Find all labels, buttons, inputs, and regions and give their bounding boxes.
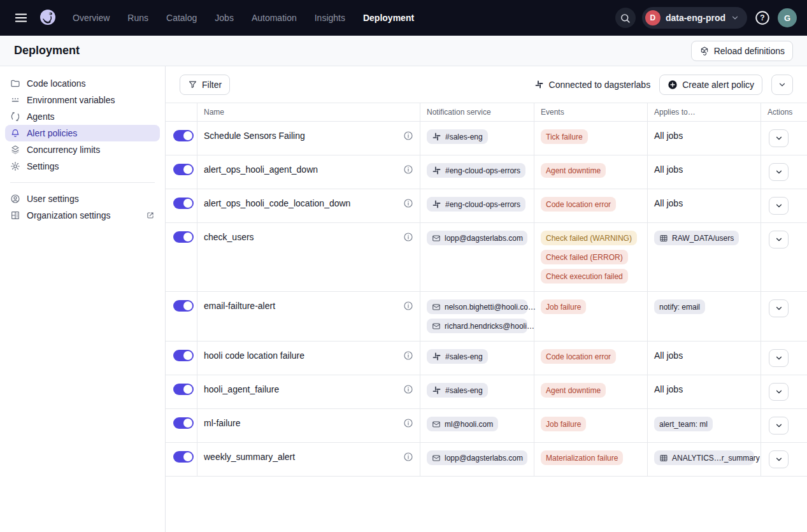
nav-item-insights[interactable]: Insights bbox=[315, 13, 345, 23]
policy-enabled-toggle[interactable] bbox=[173, 384, 194, 395]
nav-item-automation[interactable]: Automation bbox=[252, 13, 297, 23]
alert-policies-table: NameNotification serviceEventsApplies to… bbox=[166, 103, 807, 532]
more-actions-button[interactable] bbox=[771, 75, 793, 95]
policy-name-cell: hooli code location failure bbox=[197, 341, 420, 375]
policy-name-cell: email-failture-alert bbox=[197, 292, 420, 341]
policy-enabled-toggle[interactable] bbox=[173, 198, 194, 209]
row-actions-button[interactable] bbox=[769, 299, 789, 317]
info-icon[interactable] bbox=[403, 384, 413, 394]
info-icon[interactable] bbox=[403, 418, 413, 428]
sidebar-item-concurrency-limits[interactable]: Concurrency limits bbox=[5, 141, 160, 158]
toggle-cell bbox=[166, 189, 197, 222]
row-actions-button[interactable] bbox=[769, 383, 789, 401]
alert-policy-row: email-failture-alertnelson.bighetti@hool… bbox=[166, 292, 807, 341]
filter-button[interactable]: Filter bbox=[180, 75, 230, 95]
nav-item-overview[interactable]: Overview bbox=[73, 13, 110, 23]
policy-enabled-toggle[interactable] bbox=[173, 164, 194, 175]
nav-item-runs[interactable]: Runs bbox=[127, 13, 148, 23]
notification-service-cell: #sales-eng bbox=[420, 375, 534, 408]
toggle-knob bbox=[183, 301, 192, 310]
info-icon[interactable] bbox=[403, 301, 413, 311]
row-actions-button[interactable] bbox=[769, 231, 789, 248]
alert-policy-row: alert_ops_hooli_agent_down#eng-cloud-ops… bbox=[166, 155, 807, 189]
events-cell: Job failure bbox=[534, 409, 648, 442]
notification-service-cell: #eng-cloud-ops-errors bbox=[420, 155, 534, 189]
sidebar-item-settings[interactable]: Settings bbox=[5, 158, 160, 175]
applies-to-cell: All jobs bbox=[648, 155, 761, 189]
policy-enabled-toggle[interactable] bbox=[173, 231, 194, 243]
policy-enabled-toggle[interactable] bbox=[173, 130, 194, 141]
slack-notification-tag: #sales-eng bbox=[427, 129, 488, 144]
events-cell: Tick failure bbox=[534, 122, 648, 155]
policy-name-cell: Schedule Sensors Failing bbox=[197, 122, 420, 155]
policy-enabled-toggle[interactable] bbox=[173, 350, 194, 361]
reload-definitions-button[interactable]: Reload definitions bbox=[691, 41, 793, 61]
applies-to-value: All jobs bbox=[654, 129, 683, 141]
nav-item-deployment[interactable]: Deployment bbox=[363, 13, 414, 23]
row-actions-button[interactable] bbox=[769, 129, 789, 147]
create-alert-policy-label: Create alert policy bbox=[682, 80, 754, 90]
sidebar-item-agents[interactable]: Agents bbox=[5, 108, 160, 125]
reload-definitions-icon bbox=[699, 46, 710, 56]
deployment-switcher[interactable]: D data-eng-prod bbox=[642, 7, 747, 29]
nav-item-catalog[interactable]: Catalog bbox=[166, 13, 197, 23]
policy-enabled-toggle[interactable] bbox=[173, 451, 194, 463]
user-avatar[interactable]: G bbox=[778, 8, 797, 27]
create-alert-policy-button[interactable]: Create alert policy bbox=[659, 75, 762, 95]
column-header-applies-to: Applies to… bbox=[648, 103, 761, 121]
sidebar-item-alert-policies[interactable]: Alert policies bbox=[5, 125, 160, 141]
slack-icon bbox=[534, 80, 544, 89]
email-icon bbox=[432, 234, 441, 243]
sidebar-item-organization-settings[interactable]: Organization settings bbox=[5, 207, 160, 224]
dagster-logo[interactable] bbox=[37, 7, 59, 29]
row-actions-button[interactable] bbox=[769, 197, 789, 215]
deployment-sidebar: Code locationsEnvironment variablesAgent… bbox=[0, 66, 166, 532]
column-header-label: Actions bbox=[768, 108, 792, 117]
env-dots-icon bbox=[10, 95, 20, 105]
info-icon[interactable] bbox=[403, 232, 413, 242]
row-actions-button[interactable] bbox=[769, 349, 789, 367]
sidebar-item-label: User settings bbox=[27, 194, 155, 204]
info-icon[interactable] bbox=[403, 198, 413, 208]
row-actions-button[interactable] bbox=[769, 417, 789, 435]
event-tag: Job failure bbox=[541, 417, 586, 431]
row-actions-button[interactable] bbox=[769, 450, 789, 468]
sidebar-item-user-settings[interactable]: User settings bbox=[5, 191, 160, 207]
applies-to-label: ANALYTICS…r_summary bbox=[672, 454, 760, 463]
asset-table-icon bbox=[659, 454, 668, 463]
chevron-down-icon bbox=[775, 235, 783, 244]
toggle-cell bbox=[166, 341, 197, 375]
nav-item-jobs[interactable]: Jobs bbox=[215, 13, 234, 23]
slack-icon bbox=[432, 385, 441, 395]
actions-cell bbox=[761, 375, 807, 408]
info-icon[interactable] bbox=[403, 452, 413, 462]
applies-to-cell: notify: email bbox=[648, 292, 761, 341]
policy-name-cell: weekly_summary_alert bbox=[197, 443, 420, 476]
info-icon[interactable] bbox=[403, 131, 413, 141]
info-icon[interactable] bbox=[403, 350, 413, 361]
notification-label: #eng-cloud-ops-errors bbox=[445, 166, 520, 175]
policy-enabled-toggle[interactable] bbox=[173, 300, 194, 312]
sidebar-item-label: Agents bbox=[27, 111, 55, 122]
alert-policy-row: hooli_agent_failure#sales-engAgent downt… bbox=[166, 375, 807, 409]
toggle-knob bbox=[183, 165, 192, 174]
column-header-name: Name bbox=[197, 103, 420, 121]
email-icon bbox=[432, 420, 441, 429]
alert-policy-row: alert_ops_hooli_code_location_down#eng-c… bbox=[166, 189, 807, 223]
slack-icon bbox=[432, 166, 441, 175]
policy-name: hooli_agent_failure bbox=[204, 384, 279, 394]
search-icon[interactable] bbox=[615, 8, 636, 28]
policy-name: email-failture-alert bbox=[204, 301, 275, 311]
primary-nav: OverviewRunsCatalogJobsAutomationInsight… bbox=[73, 13, 414, 23]
toggle-knob bbox=[183, 452, 192, 461]
chevron-down-icon bbox=[731, 13, 739, 22]
applies-to-value: All jobs bbox=[654, 163, 683, 175]
sidebar-item-label: Concurrency limits bbox=[27, 145, 100, 155]
help-icon[interactable]: ? bbox=[753, 9, 771, 27]
sidebar-item-environment-variables[interactable]: Environment variables bbox=[5, 92, 160, 108]
info-icon[interactable] bbox=[403, 164, 413, 175]
sidebar-item-code-locations[interactable]: Code locations bbox=[5, 75, 160, 92]
hamburger-menu-icon[interactable] bbox=[10, 7, 32, 29]
policy-enabled-toggle[interactable] bbox=[173, 417, 194, 429]
row-actions-button[interactable] bbox=[769, 163, 789, 181]
